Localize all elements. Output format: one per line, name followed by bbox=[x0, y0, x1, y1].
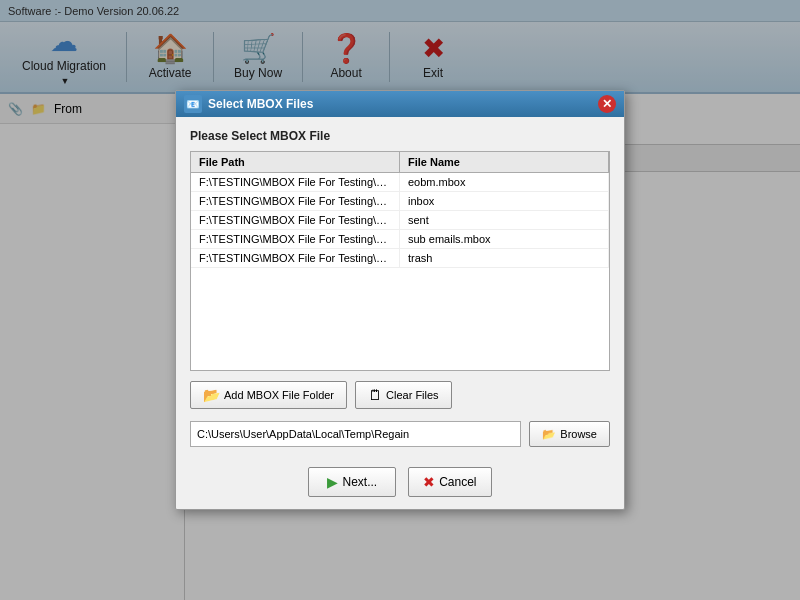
file-table-header: File Path File Name bbox=[191, 152, 609, 173]
modal-path-row: 📂 Browse bbox=[190, 421, 610, 447]
cancel-button[interactable]: ✖ Cancel bbox=[408, 467, 491, 497]
file-name-cell: sub emails.mbox bbox=[400, 230, 609, 248]
cancel-label: Cancel bbox=[439, 475, 476, 489]
file-name-cell: sent bbox=[400, 211, 609, 229]
file-rows: F:\TESTING\MBOX File For Testing\MBOXFil… bbox=[191, 173, 609, 268]
path-input[interactable] bbox=[190, 421, 521, 447]
file-name-cell: inbox bbox=[400, 192, 609, 210]
col-file-path: File Path bbox=[191, 152, 400, 172]
clear-files-button[interactable]: 🗒 Clear Files bbox=[355, 381, 452, 409]
file-name-cell: eobm.mbox bbox=[400, 173, 609, 191]
modal-titlebar-left: 📧 Select MBOX Files bbox=[184, 95, 313, 113]
add-folder-label: Add MBOX File Folder bbox=[224, 389, 334, 401]
browse-label: Browse bbox=[560, 428, 597, 440]
table-row[interactable]: F:\TESTING\MBOX File For Testing\MBOXFil… bbox=[191, 249, 609, 268]
next-label: Next... bbox=[342, 475, 377, 489]
clear-icon: 🗒 bbox=[368, 387, 382, 403]
modal-title: Select MBOX Files bbox=[208, 97, 313, 111]
table-row[interactable]: F:\TESTING\MBOX File For Testing\MBOXFil… bbox=[191, 211, 609, 230]
file-path-cell: F:\TESTING\MBOX File For Testing\MBOXFil… bbox=[191, 230, 400, 248]
file-path-cell: F:\TESTING\MBOX File For Testing\MBOXFil… bbox=[191, 249, 400, 267]
next-icon: ▶ bbox=[327, 474, 338, 490]
add-mbox-folder-button[interactable]: 📂 Add MBOX File Folder bbox=[190, 381, 347, 409]
file-name-cell: trash bbox=[400, 249, 609, 267]
col-file-name: File Name bbox=[400, 152, 609, 172]
clear-files-label: Clear Files bbox=[386, 389, 439, 401]
table-row[interactable]: F:\TESTING\MBOX File For Testing\MBOXFil… bbox=[191, 173, 609, 192]
modal-body: Please Select MBOX File File Path File N… bbox=[176, 117, 624, 509]
next-button[interactable]: ▶ Next... bbox=[308, 467, 396, 497]
cancel-icon: ✖ bbox=[423, 474, 435, 490]
file-table: File Path File Name F:\TESTING\MBOX File… bbox=[190, 151, 610, 371]
select-mbox-modal: 📧 Select MBOX Files ✕ Please Select MBOX… bbox=[175, 90, 625, 510]
browse-folder-icon: 📂 bbox=[542, 428, 556, 441]
table-row[interactable]: F:\TESTING\MBOX File For Testing\MBOXFil… bbox=[191, 192, 609, 211]
file-path-cell: F:\TESTING\MBOX File For Testing\MBOXFil… bbox=[191, 211, 400, 229]
modal-close-button[interactable]: ✕ bbox=[598, 95, 616, 113]
table-row[interactable]: F:\TESTING\MBOX File For Testing\MBOXFil… bbox=[191, 230, 609, 249]
mbox-icon: 📧 bbox=[184, 95, 202, 113]
add-folder-icon: 📂 bbox=[203, 387, 220, 403]
file-path-cell: F:\TESTING\MBOX File For Testing\MBOXFil… bbox=[191, 173, 400, 191]
modal-buttons-row: 📂 Add MBOX File Folder 🗒 Clear Files bbox=[190, 381, 610, 409]
file-path-cell: F:\TESTING\MBOX File For Testing\MBOXFil… bbox=[191, 192, 400, 210]
modal-action-row: ▶ Next... ✖ Cancel bbox=[190, 459, 610, 497]
modal-subtitle: Please Select MBOX File bbox=[190, 129, 610, 143]
modal-titlebar: 📧 Select MBOX Files ✕ bbox=[176, 91, 624, 117]
modal-overlay: 📧 Select MBOX Files ✕ Please Select MBOX… bbox=[0, 0, 800, 600]
browse-button[interactable]: 📂 Browse bbox=[529, 421, 610, 447]
